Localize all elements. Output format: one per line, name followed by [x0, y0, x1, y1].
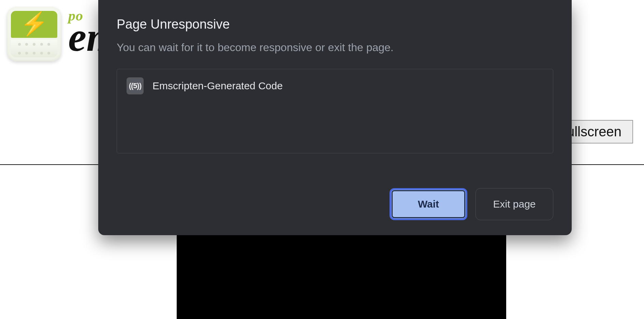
tab-title: Emscripten-Generated Code — [152, 80, 283, 92]
list-item: ((5)) Emscripten-Generated Code — [127, 77, 543, 94]
tab-favicon-icon: ((5)) — [127, 77, 144, 94]
exit-page-button[interactable]: Exit page — [475, 188, 553, 220]
page-unresponsive-dialog: Page Unresponsive You can wait for it to… — [98, 0, 572, 235]
canvas-area[interactable] — [177, 235, 506, 319]
dialog-title: Page Unresponsive — [117, 17, 553, 32]
wait-button[interactable]: Wait — [390, 188, 467, 220]
logo-top-panel: ⚡ — [11, 11, 57, 38]
app-logo: ⚡ — [7, 7, 61, 61]
page-background: ⚡ po em Fullscreen Page Unresponsive You… — [0, 0, 644, 319]
logo-bottom-panel — [11, 40, 57, 57]
dialog-subtitle: You can wait for it to become responsive… — [117, 41, 553, 54]
lightning-icon: ⚡ — [20, 11, 48, 37]
dialog-button-row: Wait Exit page — [117, 188, 553, 220]
unresponsive-tabs-list: ((5)) Emscripten-Generated Code — [117, 69, 553, 153]
